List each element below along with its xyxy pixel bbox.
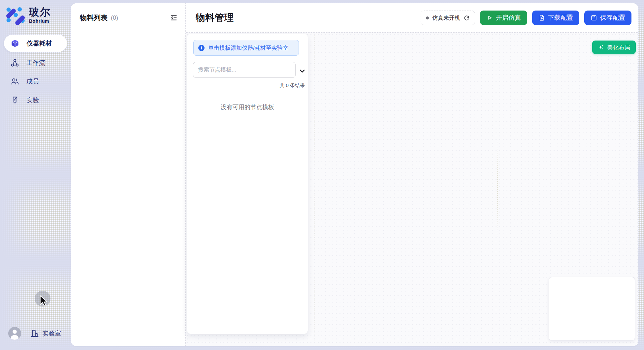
building-icon (30, 329, 39, 338)
save-icon (591, 15, 597, 21)
workflow-icon (11, 59, 19, 67)
sidebar-item-label: 工作流 (26, 59, 45, 67)
sidebar-item-members[interactable]: 成员 (4, 73, 67, 90)
brand-subname: Bohrium (29, 19, 51, 23)
save-config-label: 保存配置 (600, 14, 625, 22)
materials-panel: 物料列表 (0) (71, 3, 185, 346)
materials-panel-title: 物料列表 (80, 13, 108, 22)
canvas-guide-line (497, 142, 498, 239)
sidebar: 玻尔 Bohrium 仪器耗材 工作流 成员 实验 (0, 0, 71, 350)
template-hint-text: 单击模板添加仪器/耗材至实验室 (208, 44, 288, 52)
brand-logo: 玻尔 Bohrium (5, 5, 51, 25)
user-avatar[interactable] (8, 327, 21, 340)
template-hint-banner: i 单击模板添加仪器/耗材至实验室 (193, 40, 299, 56)
mouse-cursor (40, 295, 48, 306)
canvas-minimap[interactable] (549, 277, 635, 341)
sim-status-label: 仿真未开机 (432, 14, 460, 22)
results-count: 共 0 条结果 (279, 82, 305, 89)
play-icon (486, 15, 493, 21)
page-title: 物料管理 (196, 12, 234, 24)
download-config-label: 下载配置 (548, 14, 573, 22)
sidebar-item-experiments[interactable]: 实验 (4, 91, 67, 109)
save-config-button[interactable]: 保存配置 (584, 11, 631, 25)
materials-count: (0) (111, 15, 118, 21)
chevron-down-icon[interactable] (298, 67, 306, 75)
experiment-icon (11, 96, 19, 104)
status-dot (426, 16, 429, 19)
node-template-panel: i 单击模板添加仪器/耗材至实验室 共 0 条结果 没有可用的节点模板 (187, 34, 308, 334)
sidebar-item-label: 仪器耗材 (27, 39, 52, 48)
sidebar-item-label: 成员 (26, 77, 39, 86)
sidebar-item-instruments[interactable]: 仪器耗材 (4, 35, 67, 52)
brand-name: 玻尔 (29, 7, 51, 17)
start-simulation-button[interactable]: 开启仿真 (480, 11, 527, 25)
download-config-button[interactable]: 下载配置 (532, 11, 579, 25)
bohrium-logo-icon (5, 5, 26, 25)
info-icon: i (198, 45, 205, 51)
flow-canvas[interactable]: i 单击模板添加仪器/耗材至实验室 共 0 条结果 没有可用的节点模板 美化布局 (186, 33, 638, 346)
cube-icon (11, 39, 19, 48)
sidebar-item-label: 实验 (26, 96, 39, 104)
file-download-icon (538, 15, 545, 21)
beautify-layout-label: 美化布局 (607, 44, 630, 51)
template-search-input[interactable] (193, 62, 295, 77)
canvas-guide-line (314, 203, 509, 203)
lab-label: 实验室 (42, 329, 61, 338)
canvas-guide-line (314, 35, 314, 342)
refresh-icon[interactable] (464, 15, 470, 21)
sidebar-item-workflow[interactable]: 工作流 (4, 54, 67, 72)
sim-status-pill[interactable]: 仿真未开机 (421, 11, 475, 25)
main-card: 物料列表 (0) 物料管理 仿真未开机 (71, 3, 638, 346)
lab-switcher[interactable]: 实验室 (30, 329, 61, 338)
template-search-box (193, 62, 296, 78)
collapse-panel-icon[interactable] (169, 13, 179, 23)
beautify-layout-button[interactable]: 美化布局 (592, 41, 636, 54)
sparkles-icon (598, 44, 604, 50)
empty-templates-text: 没有可用的节点模板 (187, 103, 308, 111)
members-icon (11, 77, 19, 86)
start-simulation-label: 开启仿真 (496, 14, 521, 22)
page-header: 物料管理 仿真未开机 开启仿真 (186, 3, 638, 32)
